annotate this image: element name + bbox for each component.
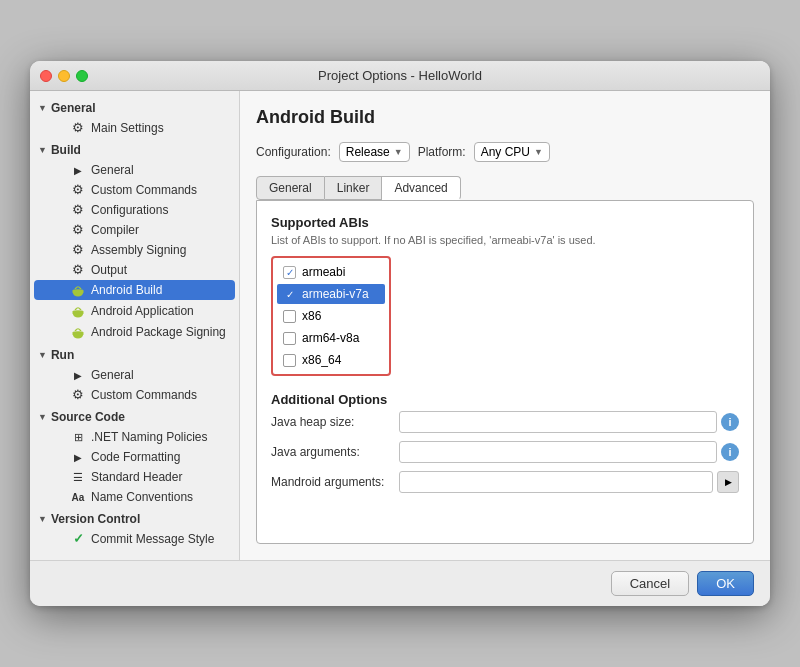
main-content: Android Build Configuration: Release ▼ P… <box>240 91 770 560</box>
sidebar-item-net-naming-label: .NET Naming Policies <box>91 430 207 444</box>
maximize-button[interactable] <box>76 70 88 82</box>
sidebar-item-output[interactable]: Output <box>34 260 235 279</box>
abi-checkbox-armeabi-v7a[interactable]: ✓ <box>283 288 296 301</box>
dropdown-arrow-icon: ▼ <box>534 147 543 157</box>
config-label: Configuration: <box>256 145 331 159</box>
sidebar-section-general: ▼ General Main Settings <box>30 99 239 137</box>
name-icon <box>70 489 86 504</box>
tabs: General Linker Advanced <box>256 176 754 200</box>
footer: Cancel OK <box>30 560 770 606</box>
sidebar-item-configurations[interactable]: Configurations <box>34 200 235 219</box>
svg-rect-16 <box>73 332 74 335</box>
additional-options-title: Additional Options <box>271 392 739 407</box>
play-icon <box>70 162 86 177</box>
sidebar-item-commit-message[interactable]: Commit Message Style <box>34 529 235 548</box>
abi-checkbox-arm64-v8a[interactable] <box>283 332 296 345</box>
sidebar-item-output-label: Output <box>91 263 127 277</box>
java-heap-size-input[interactable] <box>399 411 717 433</box>
sidebar-section-source-code: ▼ Source Code .NET Naming Policies Code … <box>30 408 239 506</box>
abi-checkbox-armeabi[interactable]: ✓ <box>283 266 296 279</box>
abi-label-arm64-v8a: arm64-v8a <box>302 331 359 345</box>
sidebar-item-name-conventions[interactable]: Name Conventions <box>34 487 235 506</box>
abi-item-arm64-v8a[interactable]: arm64-v8a <box>277 328 385 348</box>
sidebar-item-run-custom-commands[interactable]: Custom Commands <box>34 385 235 404</box>
svg-rect-11 <box>82 311 83 314</box>
sidebar-item-standard-header-label: Standard Header <box>91 470 182 484</box>
collapse-triangle-version-control: ▼ <box>38 514 47 524</box>
net-icon <box>70 429 86 444</box>
java-arguments-label: Java arguments: <box>271 445 391 459</box>
sidebar-item-standard-header[interactable]: Standard Header <box>34 467 235 486</box>
header-icon <box>70 469 86 484</box>
mandroid-arguments-row: Mandroid arguments: ▶ <box>271 471 739 493</box>
sidebar-item-main-settings[interactable]: Main Settings <box>34 118 235 137</box>
java-arguments-input-group: i <box>399 441 739 463</box>
sidebar-section-build-header[interactable]: ▼ Build <box>30 141 239 159</box>
java-heap-size-row: Java heap size: i <box>271 411 739 433</box>
sidebar-section-run-header[interactable]: ▼ Run <box>30 346 239 364</box>
sidebar-item-android-application[interactable]: Android Application <box>34 301 235 321</box>
sidebar-item-code-formatting[interactable]: Code Formatting <box>34 447 235 466</box>
java-heap-size-input-group: i <box>399 411 739 433</box>
sidebar-item-run-general[interactable]: General <box>34 365 235 384</box>
sidebar-item-android-package-signing[interactable]: Android Package Signing <box>34 322 235 342</box>
minimize-button[interactable] <box>58 70 70 82</box>
java-arguments-row: Java arguments: i <box>271 441 739 463</box>
sidebar-section-source-code-header[interactable]: ▼ Source Code <box>30 408 239 426</box>
commit-icon <box>70 531 86 546</box>
gear-icon <box>70 262 86 277</box>
sidebar-item-build-general[interactable]: General <box>34 160 235 179</box>
sidebar-section-general-label: General <box>51 101 96 115</box>
abi-checkbox-x86-64[interactable] <box>283 354 296 367</box>
project-options-window: Project Options - HelloWorld ▼ General M… <box>30 61 770 606</box>
cancel-button[interactable]: Cancel <box>611 571 689 596</box>
gear-icon <box>70 182 86 197</box>
abi-checkbox-x86[interactable] <box>283 310 296 323</box>
titlebar: Project Options - HelloWorld <box>30 61 770 91</box>
java-arguments-info-button[interactable]: i <box>721 443 739 461</box>
platform-label: Platform: <box>418 145 466 159</box>
config-dropdown[interactable]: Release ▼ <box>339 142 410 162</box>
sidebar-item-code-formatting-label: Code Formatting <box>91 450 180 464</box>
gear-icon <box>70 242 86 257</box>
close-button[interactable] <box>40 70 52 82</box>
sidebar-item-android-package-signing-label: Android Package Signing <box>91 325 226 339</box>
tab-linker[interactable]: Linker <box>325 176 383 200</box>
sidebar-section-general-header[interactable]: ▼ General <box>30 99 239 117</box>
sidebar-item-compiler[interactable]: Compiler <box>34 220 235 239</box>
ok-button[interactable]: OK <box>697 571 754 596</box>
sidebar-section-run: ▼ Run General Custom Commands <box>30 346 239 404</box>
abi-label-armeabi-v7a: armeabi-v7a <box>302 287 369 301</box>
tab-general[interactable]: General <box>256 176 325 200</box>
play-icon <box>70 367 86 382</box>
svg-rect-13 <box>73 332 83 336</box>
sidebar-item-configurations-label: Configurations <box>91 203 168 217</box>
sidebar-section-run-label: Run <box>51 348 74 362</box>
svg-rect-10 <box>73 311 74 314</box>
abi-item-armeabi-v7a[interactable]: ✓ armeabi-v7a <box>277 284 385 304</box>
java-heap-size-label: Java heap size: <box>271 415 391 429</box>
sidebar-item-name-conventions-label: Name Conventions <box>91 490 193 504</box>
android-icon <box>70 282 86 298</box>
abi-item-armeabi[interactable]: ✓ armeabi <box>277 262 385 282</box>
java-arguments-input[interactable] <box>399 441 717 463</box>
additional-options: Additional Options Java heap size: i Jav… <box>271 392 739 493</box>
abi-label-x86-64: x86_64 <box>302 353 341 367</box>
sidebar: ▼ General Main Settings ▼ Build General <box>30 91 240 560</box>
sidebar-item-custom-commands[interactable]: Custom Commands <box>34 180 235 199</box>
platform-dropdown[interactable]: Any CPU ▼ <box>474 142 550 162</box>
sidebar-item-assembly-signing[interactable]: Assembly Signing <box>34 240 235 259</box>
java-heap-size-info-button[interactable]: i <box>721 413 739 431</box>
abi-item-x86-64[interactable]: x86_64 <box>277 350 385 370</box>
abi-list: ✓ armeabi ✓ armeabi-v7a x86 <box>271 256 391 376</box>
mandroid-arguments-input[interactable] <box>399 471 713 493</box>
abi-item-x86[interactable]: x86 <box>277 306 385 326</box>
sidebar-item-android-build[interactable]: Android Build <box>34 280 235 300</box>
sidebar-item-net-naming[interactable]: .NET Naming Policies <box>34 427 235 446</box>
tab-advanced[interactable]: Advanced <box>382 176 460 200</box>
sidebar-item-commit-message-label: Commit Message Style <box>91 532 214 546</box>
abi-label-armeabi: armeabi <box>302 265 345 279</box>
mandroid-play-button[interactable]: ▶ <box>717 471 739 493</box>
sidebar-section-version-control-header[interactable]: ▼ Version Control <box>30 510 239 528</box>
window-body: ▼ General Main Settings ▼ Build General <box>30 91 770 560</box>
